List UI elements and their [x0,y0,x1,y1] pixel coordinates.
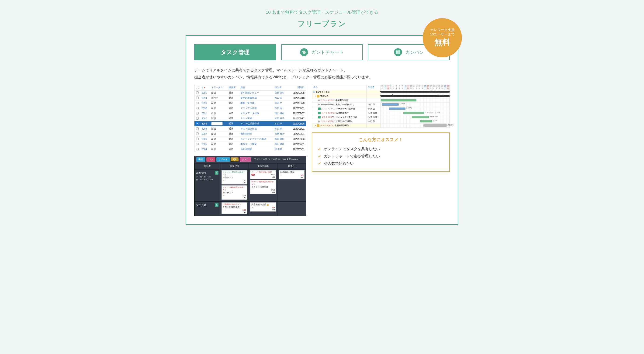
assignee-link[interactable]: 冨田 健司 [275,138,285,140]
kanban-filter-tab[interactable]: QA [231,158,238,162]
table-row[interactable]: 3093新規通常機能一覧作成末永 文2020/03/23 [194,100,306,106]
table-row[interactable]: 3089進行中 ▾通常テスト仕様書作成水口 崇2020/06/08 [194,121,306,126]
table-row[interactable]: 3085新規通常本番サーバ構築冨田 健司2020/07/01 [194,142,306,147]
table-row[interactable]: 3086新規通常ステージングサーバ構築冨田 健司2020/06/03 [194,136,306,142]
table-row[interactable]: 3092新規通常マニュアル作成水口 崇2020/07/01 [194,106,306,111]
assignee-link[interactable]: 冨田 健司 [275,112,285,114]
gantt-ticket-link[interactable]: タスク #3075 [321,99,334,102]
ticket-title-link[interactable]: マスタデータ登録 [240,112,259,114]
assignee-link[interactable]: 冨田 健司 [275,143,285,145]
assignee-link[interactable]: 水口 崇 [275,107,282,109]
gantt-row[interactable]: ◧ ECサイト構築要件定義レビュー [312,90,450,94]
kanban-card[interactable]: 共通機能の単体テストテスト仕様書作成↔3/104H [222,202,248,214]
ticket-title-link[interactable]: 要件定義レビュー [240,92,259,94]
kanban-card[interactable]: 共通機能の実装↔3/53H [279,170,304,179]
assignee-link[interactable]: 大橋 宏行 [275,132,285,135]
ticket-id-link[interactable]: 3088 [202,128,207,130]
ticket-title-link[interactable]: テスト仕様書作成 [240,122,259,125]
row-checkbox[interactable] [196,107,198,109]
kanban-filter-tab[interactable]: 機能 [196,157,205,162]
kanban-lane[interactable]: チケット削除画面の実装+25/114Hチケット削除画面の単体テストテスト仕様書作… [249,169,278,202]
row-checkbox[interactable] [196,127,198,130]
table-row[interactable]: 3088新規通常テスト観点作成水口 崇2020/06/01 [194,126,306,131]
kanban-lane[interactable] [277,202,306,216]
row-checkbox[interactable] [196,148,198,150]
tab-task[interactable]: タスク管理 [194,44,276,60]
assignee-link[interactable]: 冨田 健司 [275,92,285,94]
select-all-checkbox[interactable] [196,86,199,89]
gantt-bar[interactable] [389,108,406,110]
row-checkbox[interactable] [196,92,198,94]
assignee-link[interactable]: 末永 文 [275,102,282,104]
table-row[interactable]: 3091新規通常マスタデータ登録冨田 健司2020/07/07 [194,111,306,116]
ticket-id-link[interactable]: 3089 [202,122,207,125]
ticket-title-link[interactable]: 機能一覧作成 [240,102,254,104]
kanban-card[interactable]: チケット編集画面の単体テスト単体テスト↔5/287H [222,186,248,200]
gantt-row[interactable]: タスク #3078: 決済機能検討安井 久雄フィードバック 80% [312,111,450,115]
row-checkbox[interactable] [196,122,198,124]
assignee-link[interactable]: 水口 崇 [275,127,282,130]
kanban-card[interactable]: 共通機能の設計 🔒↔3/96H [250,202,276,212]
gantt-row[interactable]: タスク #3079: ユースケース図作成末永 文7 100% [312,106,450,111]
kanban-lane[interactable]: 共通機能の単体テストテスト仕様書作成↔3/104H [220,202,249,216]
row-checkbox[interactable] [196,132,198,135]
gantt-bar[interactable] [381,99,416,102]
gantt-row[interactable]: タスク #3077: セキュリティ要件検討安井 久雄進行中 50% [312,115,450,119]
kanban-lane[interactable]: 共通機能の設計 🔒↔3/96H [249,202,278,216]
row-checkbox[interactable] [196,112,198,114]
ticket-title-link[interactable]: 画面系開発 [240,148,252,150]
ticket-id-link[interactable]: 3084 [202,148,207,151]
ticket-id-link[interactable]: 3094 [202,97,207,99]
gantt-bar[interactable] [382,103,399,106]
gantt-ticket-link[interactable]: タスク #3076 [321,120,334,123]
kanban-filter-tab[interactable]: サポート [216,157,230,162]
gantt-bar[interactable] [424,124,447,127]
gantt-bar[interactable] [420,120,432,122]
task-col-header[interactable]: 題名 [239,85,273,90]
task-col-header[interactable]: 優先度 [227,85,239,90]
table-row[interactable]: 3084新規通常画面系開発林 美琴2020/05/01 [194,147,306,152]
gantt-ticket-link[interactable]: タスク #3078 [321,112,334,114]
ticket-id-link[interactable]: 3087 [202,133,207,135]
ticket-title-link[interactable]: ステージングサーバ構築 [240,138,266,140]
task-col-header[interactable]: ステータス [210,85,227,90]
kanban-filter-tab[interactable]: バグ [206,157,215,162]
ticket-id-link[interactable]: 3085 [202,143,207,146]
table-row[interactable]: 3094進行中通常要件定義書作成水口 崇2020/02/18 [194,96,306,100]
gantt-ticket-link[interactable]: タスク #3072 [320,124,333,127]
row-checkbox[interactable] [196,102,198,104]
kanban-card[interactable]: チケット削除画面の実装+25/114H [250,170,276,179]
table-row[interactable]: 3095新規通常要件定義レビュー冨田 健司2020/02/28 [194,90,306,96]
ticket-id-link[interactable]: 3091 [202,112,207,115]
row-checkbox[interactable] [196,117,198,120]
ticket-title-link[interactable]: 要件定義書作成 [240,96,257,99]
ticket-title-link[interactable]: テスト観点作成 [240,127,257,130]
row-checkbox[interactable] [196,138,198,140]
ticket-id-link[interactable]: 3093 [202,102,207,104]
ticket-title-link[interactable]: 機能系開発 [240,132,252,135]
gantt-row[interactable]: 🗎 タスク #3075: 機能要件検討 [312,98,450,102]
assignee-link[interactable]: 水口 崇 [275,122,282,125]
gantt-row[interactable]: 🗎 タスク #3076: 対応デバイス検討水口 崇済 0% [312,119,450,123]
row-checkbox[interactable] [196,143,198,145]
gantt-ticket-link[interactable]: タスク #3077 [321,116,334,119]
gantt-bar[interactable] [412,116,429,118]
gantt-bar[interactable] [403,112,424,114]
kanban-filter-tab[interactable]: タスク [240,157,251,162]
kanban-lane[interactable]: 共通機能の実装↔3/53H [277,169,306,202]
ticket-id-link[interactable]: 3092 [202,107,207,110]
kanban-card[interactable]: チケット削除画面の単体テストテスト仕様書作成↔6/136H [250,180,276,194]
kanban-lane[interactable]: チケット一覧画面の統合テスト結合テスト↔6/58Hチケット編集画面の単体テスト単… [220,169,249,202]
task-col-header[interactable]: # ▼ [200,85,210,90]
gantt-ticket-link[interactable]: タスク #3080 [321,103,334,106]
gantt-row[interactable]: ▼ タスク #3072: 非機能要件検討新規 0% [312,123,450,128]
ticket-title-link[interactable]: マニュアル作成 [240,107,257,109]
table-row[interactable]: 3090新規通常テスト実施米田 雅子2020/06/17 [194,116,306,121]
tab-gantt[interactable]: ガントチャート [281,44,363,60]
assignee-link[interactable]: 水口 崇 [275,96,282,99]
gantt-row[interactable]: 🗎 タスク #3080: 業務フロー洗い出し水口 崇7 100% [312,102,450,106]
ticket-id-link[interactable]: 3095 [202,92,207,94]
task-col-header[interactable]: 開始日 [288,85,306,90]
ticket-id-link[interactable]: 3086 [202,138,207,140]
task-col-header[interactable] [194,85,200,90]
